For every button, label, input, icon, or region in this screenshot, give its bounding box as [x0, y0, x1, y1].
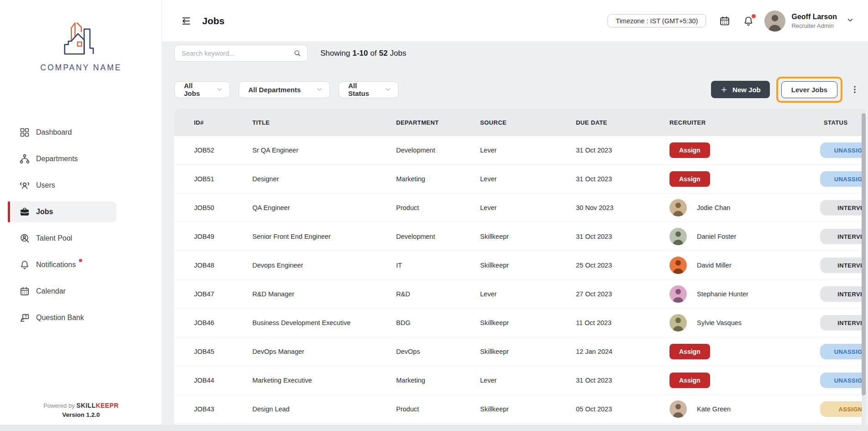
cell-status: ASSIGNED — [820, 401, 862, 417]
lever-jobs-highlight: Lever Jobs — [776, 77, 842, 103]
scrollbar-thumb[interactable] — [862, 113, 866, 395]
recruiter-cell: Assign — [669, 373, 820, 388]
filter-all-jobs[interactable]: All Jobs — [174, 81, 230, 98]
powered-by: Powered by SKILLKEEPR — [0, 402, 162, 409]
scrollbar[interactable] — [862, 109, 866, 425]
sidebar-footer: Powered by SKILLKEEPR Version 1.2.0 — [0, 402, 162, 418]
sidebar-item-jobs[interactable]: Jobs — [8, 201, 116, 222]
table-row[interactable]: JOB47 R&D Manager R&D Lever 27 Oct 2023 … — [174, 280, 862, 309]
jobs-icon — [19, 206, 30, 217]
lever-jobs-button[interactable]: Lever Jobs — [781, 81, 837, 98]
cell-status: INTERVIEW — [820, 315, 862, 331]
search-icon[interactable] — [293, 49, 302, 58]
table-header: ID# TITLE DEPARTMENT SOURCE DUE DATE REC… — [174, 109, 862, 136]
search-input[interactable] — [182, 50, 293, 57]
dashboard-icon — [19, 127, 30, 138]
question-bank-icon: ? — [19, 312, 30, 323]
svg-text:?: ? — [25, 314, 27, 319]
recruiter-cell: Jodie Chan — [669, 199, 820, 216]
assign-button[interactable]: Assign — [669, 171, 710, 187]
showing-total: 52 — [379, 49, 387, 58]
table-row[interactable]: JOB51 Designer Marketing Lever 31 Oct 20… — [174, 165, 862, 194]
new-job-button[interactable]: New Job — [711, 81, 770, 98]
app-window: COMPANY NAME DashboardDepartmentsUsersJo… — [0, 0, 868, 431]
assign-button[interactable]: Assign — [669, 344, 710, 359]
more-options-button[interactable] — [850, 84, 860, 95]
user-avatar[interactable] — [764, 11, 785, 32]
table-row[interactable]: JOB44 Marketing Executive Marketing Leve… — [174, 366, 862, 395]
cell-status: INTERVIEW — [820, 286, 862, 302]
kebab-icon — [850, 84, 860, 95]
cell-id: JOB51 — [194, 175, 252, 183]
talent-pool-icon — [19, 233, 30, 244]
collapse-sidebar-icon — [180, 15, 192, 27]
timezone-chip[interactable]: Timezone : IST (GMT+5:30) — [607, 14, 706, 27]
status-badge: UNASSIGNED — [820, 373, 862, 388]
table-row[interactable]: JOB45 DevOps Manager DevOps Skillkeepr 1… — [174, 337, 862, 366]
showing-suffix: Jobs — [390, 49, 406, 58]
cell-source: Skillkeepr — [480, 262, 576, 269]
table-row[interactable]: JOB46 Business Development Executive BDG… — [174, 309, 862, 337]
filter-all-departments[interactable]: All Departments — [239, 81, 330, 98]
cell-due-date: 31 Oct 2023 — [576, 233, 669, 240]
calendar-button[interactable] — [719, 15, 731, 27]
cell-title: Business Development Executive — [252, 319, 396, 326]
showing-of: of — [370, 49, 376, 58]
assign-button[interactable]: Assign — [669, 142, 710, 158]
calendar-icon — [19, 286, 30, 297]
user-menu[interactable]: Geoff Larson Recruiter Admin — [791, 13, 837, 29]
notifications-button[interactable] — [743, 15, 754, 27]
table-row[interactable]: JOB43 Design Lead Product Skillkeepr 05 … — [174, 395, 862, 424]
cell-id: JOB49 — [194, 233, 252, 240]
status-badge: INTERVIEW — [820, 315, 862, 331]
results-summary: Showing 1-10 of 52 Jobs — [320, 42, 406, 64]
chevron-down-icon — [846, 16, 854, 24]
cell-status: INTERVIEW — [820, 200, 862, 216]
cell-due-date: 11 Oct 2023 — [576, 319, 669, 326]
main-content: Showing 1-10 of 52 Jobs All Jobs All Dep… — [162, 42, 868, 425]
cell-due-date: 27 Oct 2023 — [576, 290, 669, 298]
sidebar-item-notifications[interactable]: Notifications — [8, 254, 116, 275]
cell-source: Lever — [480, 290, 576, 298]
version-label: Version 1.2.0 — [0, 411, 162, 418]
cell-id: JOB52 — [194, 147, 252, 154]
cell-title: Senior Front End Engineer — [252, 233, 396, 240]
cell-source: Skillkeepr — [480, 233, 576, 240]
recruiter-avatar — [669, 314, 687, 331]
company-logo: COMPANY NAME — [0, 16, 162, 73]
column-header-source: SOURCE — [480, 119, 576, 126]
table-row[interactable]: JOB52 Sr QA Engineer Development Lever 3… — [174, 136, 862, 165]
cell-department: IT — [396, 262, 480, 269]
user-menu-button[interactable] — [846, 16, 854, 26]
column-header-department: DEPARTMENT — [396, 119, 480, 126]
recruiter-avatar — [669, 228, 687, 245]
recruiter-avatar — [669, 285, 687, 303]
table-row[interactable]: JOB48 Devops Engineer IT Skillkeepr 25 O… — [174, 251, 862, 280]
user-role: Recruiter Admin — [791, 22, 837, 29]
cell-source: Lever — [480, 377, 576, 384]
collapse-sidebar-button[interactable] — [180, 15, 192, 27]
filter-all-status[interactable]: All Status — [339, 81, 398, 98]
page-title: Jobs — [202, 16, 225, 26]
calendar-icon — [719, 15, 731, 27]
table-row[interactable]: JOB50 QA Engineer Product Lever 30 Nov 2… — [174, 194, 862, 222]
cell-title: Marketing Executive — [252, 377, 396, 384]
cell-status: UNASSIGNED — [820, 171, 862, 187]
sidebar-item-label: Question Bank — [36, 314, 84, 322]
sidebar-item-question-bank[interactable]: ?Question Bank — [8, 307, 116, 328]
filter-label: All Jobs — [184, 82, 209, 97]
users-icon — [19, 180, 30, 191]
sidebar-item-talent-pool[interactable]: Talent Pool — [8, 228, 116, 249]
assign-button[interactable]: Assign — [669, 373, 710, 388]
sidebar-item-calendar[interactable]: Calendar — [8, 281, 116, 302]
cell-department: Marketing — [396, 377, 480, 384]
notification-dot — [79, 259, 82, 262]
cell-status: UNASSIGNED — [820, 344, 862, 359]
table-row[interactable]: JOB49 Senior Front End Engineer Developm… — [174, 222, 862, 251]
sidebar-item-dashboard[interactable]: Dashboard — [8, 122, 116, 143]
sidebar-item-users[interactable]: Users — [8, 175, 116, 196]
chevron-down-icon — [316, 86, 323, 93]
filter-label: All Status — [348, 82, 378, 97]
sidebar-item-departments[interactable]: Departments — [8, 148, 116, 169]
brand-keepr: KEEPR — [96, 402, 119, 409]
